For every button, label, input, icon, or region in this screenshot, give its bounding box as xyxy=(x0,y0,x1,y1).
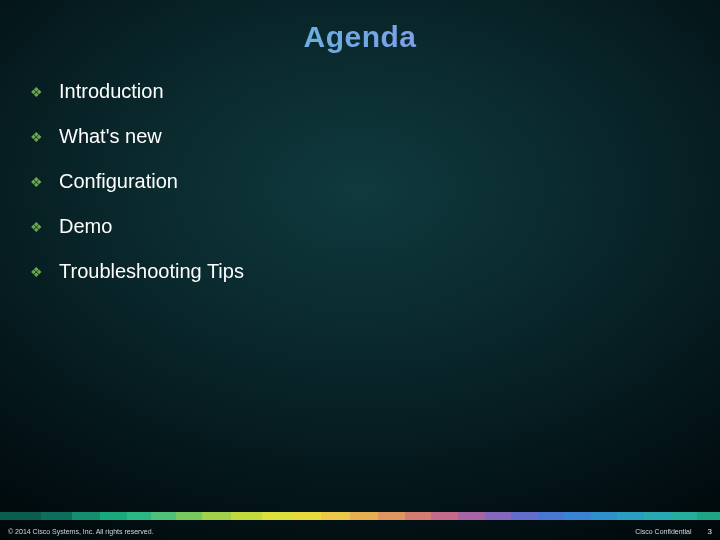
color-segment xyxy=(564,512,591,520)
color-segment xyxy=(458,512,485,520)
color-segment xyxy=(100,512,127,520)
list-item: ❖ Configuration xyxy=(30,170,244,193)
color-segment xyxy=(671,512,698,520)
color-segment xyxy=(231,512,262,520)
color-segment xyxy=(151,512,176,520)
color-segment xyxy=(0,512,41,520)
color-segment xyxy=(378,512,405,520)
list-item: ❖ Introduction xyxy=(30,80,244,103)
list-item-label: What's new xyxy=(59,125,162,148)
list-item: ❖ What's new xyxy=(30,125,244,148)
page-number: 3 xyxy=(708,527,712,536)
diamond-bullet-icon: ❖ xyxy=(30,129,43,145)
slide-title: Agenda xyxy=(0,20,720,54)
color-segment xyxy=(697,512,720,520)
list-item: ❖ Demo xyxy=(30,215,244,238)
color-segment xyxy=(262,512,293,520)
diamond-bullet-icon: ❖ xyxy=(30,174,43,190)
slide: Agenda ❖ Introduction ❖ What's new ❖ Con… xyxy=(0,0,720,540)
diamond-bullet-icon: ❖ xyxy=(30,219,43,235)
color-segment xyxy=(485,512,512,520)
diamond-bullet-icon: ❖ xyxy=(30,84,43,100)
color-segment xyxy=(405,512,432,520)
color-segment xyxy=(538,512,565,520)
color-segment xyxy=(202,512,231,520)
color-segment xyxy=(41,512,72,520)
color-segment xyxy=(431,512,458,520)
list-item-label: Configuration xyxy=(59,170,178,193)
color-segment xyxy=(321,512,350,520)
color-segment xyxy=(591,512,618,520)
color-segment xyxy=(644,512,671,520)
footer: © 2014 Cisco Systems, Inc. All rights re… xyxy=(8,527,712,536)
color-segment xyxy=(350,512,379,520)
copyright-text: © 2014 Cisco Systems, Inc. All rights re… xyxy=(8,528,154,535)
list-item-label: Demo xyxy=(59,215,112,238)
list-item-label: Introduction xyxy=(59,80,164,103)
diamond-bullet-icon: ❖ xyxy=(30,264,43,280)
list-item: ❖ Troubleshooting Tips xyxy=(30,260,244,283)
color-segment xyxy=(511,512,538,520)
color-segment xyxy=(176,512,203,520)
decorative-color-bar xyxy=(0,512,720,520)
agenda-list: ❖ Introduction ❖ What's new ❖ Configurat… xyxy=(30,80,244,305)
color-segment xyxy=(72,512,101,520)
confidential-text: Cisco Confidential xyxy=(635,528,691,535)
color-segment xyxy=(292,512,321,520)
list-item-label: Troubleshooting Tips xyxy=(59,260,244,283)
color-segment xyxy=(127,512,152,520)
color-segment xyxy=(617,512,644,520)
